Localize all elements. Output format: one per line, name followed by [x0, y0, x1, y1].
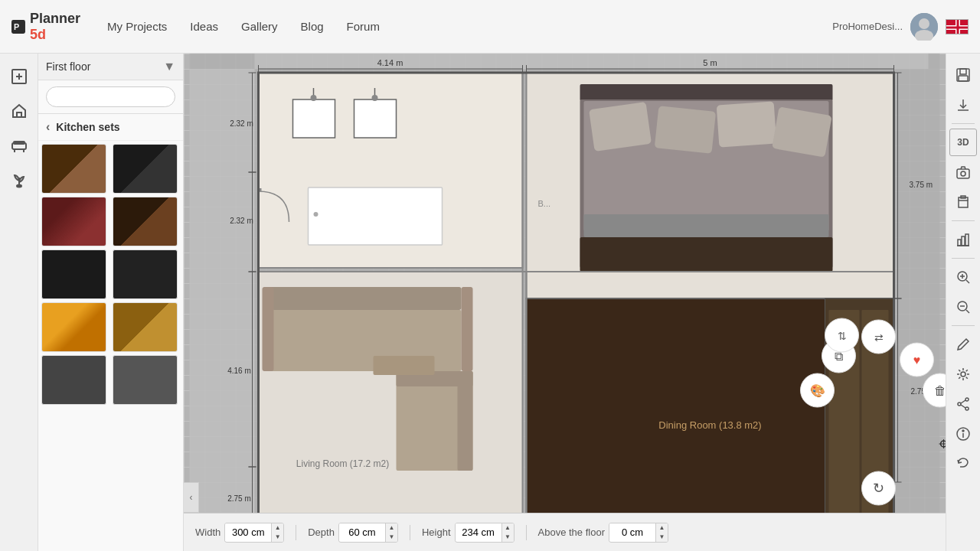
separator-3 — [526, 525, 527, 540]
depth-down-spinner[interactable]: ▼ — [385, 533, 397, 542]
nav-gallery[interactable]: Gallery — [241, 20, 278, 33]
height-spinners: ▲ ▼ — [501, 523, 514, 542]
logo[interactable]: P Planner 5d — [0, 11, 92, 43]
svg-rect-23 — [190, 69, 255, 551]
height-up-spinner[interactable]: ▲ — [501, 523, 514, 533]
width-down-spinner[interactable]: ▼ — [271, 533, 283, 542]
language-flag[interactable] — [946, 19, 969, 34]
svg-rect-127 — [957, 169, 969, 178]
list-item[interactable] — [41, 249, 106, 299]
3d-view-button[interactable]: 3D — [949, 129, 977, 156]
svg-text:♥: ♥ — [913, 354, 921, 367]
svg-rect-75 — [374, 356, 435, 375]
svg-rect-50 — [584, 214, 829, 237]
svg-rect-28 — [354, 99, 397, 138]
svg-text:Dining Room (13.8 m2): Dining Room (13.8 m2) — [658, 419, 761, 431]
width-input[interactable] — [225, 523, 271, 541]
svg-rect-133 — [965, 234, 969, 246]
depth-up-spinner[interactable]: ▲ — [385, 523, 397, 533]
svg-point-145 — [958, 403, 961, 406]
svg-point-143 — [965, 398, 969, 401]
svg-text:⇅: ⇅ — [838, 330, 847, 342]
chart-button[interactable] — [949, 226, 977, 253]
plants-button[interactable] — [4, 165, 34, 195]
width-spinners: ▲ ▼ — [271, 523, 283, 542]
nav-my-projects[interactable]: My Projects — [107, 20, 167, 33]
right-toolbar: 3D — [946, 54, 980, 551]
height-label: Height — [422, 527, 451, 538]
svg-rect-46 — [589, 102, 652, 152]
print-button[interactable] — [949, 188, 977, 216]
top-right-controls: ProHomeDesi... — [832, 13, 980, 41]
nav-ideas[interactable]: Ideas — [190, 20, 218, 33]
floor-down-spinner[interactable]: ▼ — [655, 533, 668, 542]
floor-input-wrap: ▲ ▼ — [609, 523, 668, 543]
floor-selector[interactable]: First floor ▼ — [38, 54, 183, 80]
items-grid — [38, 141, 183, 408]
category-header[interactable]: ‹ Kitchen sets — [38, 114, 183, 141]
info-button[interactable] — [949, 420, 977, 448]
svg-text:4.16 m: 4.16 m — [227, 367, 251, 375]
depth-input[interactable] — [339, 523, 385, 541]
search-input[interactable] — [46, 86, 175, 107]
top-nav: P Planner 5d My Projects Ideas Gallery B… — [0, 0, 980, 54]
undo-button[interactable] — [949, 450, 977, 478]
download-button[interactable] — [949, 91, 977, 119]
svg-text:2.32 m: 2.32 m — [230, 217, 253, 225]
flip-h-button: ⇄ — [862, 320, 896, 354]
list-item[interactable] — [41, 355, 106, 405]
width-field: Width ▲ ▼ — [195, 523, 284, 543]
list-item[interactable] — [113, 197, 178, 246]
svg-rect-131 — [958, 240, 961, 246]
back-arrow-icon[interactable]: ‹ — [46, 120, 50, 134]
edit-button[interactable] — [949, 331, 977, 358]
svg-rect-48 — [717, 101, 777, 147]
separator-1 — [296, 525, 296, 540]
height-down-spinner[interactable]: ▼ — [501, 533, 514, 542]
toolbar-separator — [952, 123, 975, 124]
list-item[interactable] — [113, 249, 178, 299]
zoom-out-button[interactable] — [949, 293, 977, 321]
list-item[interactable] — [41, 302, 106, 352]
home-button[interactable] — [4, 96, 34, 126]
list-item[interactable] — [113, 144, 178, 194]
furniture-button[interactable] — [4, 130, 34, 161]
panel-collapse-button[interactable]: ‹ — [184, 482, 199, 513]
user-name[interactable]: ProHomeDesi... — [832, 21, 903, 32]
bottom-bar: Width ▲ ▼ Depth ▲ ▼ Height ▲ ▼ — [184, 513, 946, 551]
svg-line-136 — [966, 280, 969, 283]
floor-distance-input[interactable] — [609, 523, 655, 541]
svg-rect-32 — [309, 187, 443, 245]
nav-forum[interactable]: Forum — [347, 20, 380, 33]
nav-blog[interactable]: Blog — [301, 20, 324, 33]
svg-rect-70 — [263, 287, 274, 371]
list-item[interactable] — [113, 355, 178, 405]
svg-line-140 — [966, 310, 969, 313]
save-button[interactable] — [949, 61, 977, 89]
width-up-spinner[interactable]: ▲ — [271, 523, 283, 533]
floor-dropdown-icon: ▼ — [163, 60, 175, 73]
svg-point-150 — [962, 430, 964, 432]
camera-button[interactable] — [949, 158, 977, 186]
height-input[interactable] — [456, 523, 501, 541]
list-item[interactable] — [41, 197, 106, 246]
share-button[interactable] — [949, 390, 977, 418]
list-item[interactable] — [41, 144, 106, 194]
svg-rect-10 — [946, 26, 969, 28]
svg-text:3.75 m: 3.75 m — [910, 181, 933, 189]
svg-rect-124 — [959, 76, 968, 81]
svg-rect-14 — [17, 112, 21, 117]
depth-input-wrap: ▲ ▼ — [338, 523, 398, 543]
settings-button[interactable] — [949, 360, 977, 388]
canvas-area[interactable]: 4.14 m 5 m B... 3.75 m 2 — [184, 54, 946, 551]
height-field: Height ▲ ▼ — [422, 523, 514, 543]
flip-v-button: ⇅ — [825, 318, 859, 352]
avatar[interactable] — [910, 13, 938, 41]
floor-up-spinner[interactable]: ▲ — [655, 523, 668, 533]
new-project-button[interactable] — [4, 61, 34, 92]
svg-line-147 — [961, 405, 965, 408]
list-item[interactable] — [113, 302, 178, 352]
zoom-in-button[interactable] — [949, 263, 977, 291]
svg-text:🗑: 🗑 — [934, 384, 946, 397]
height-input-wrap: ▲ ▼ — [455, 523, 514, 543]
